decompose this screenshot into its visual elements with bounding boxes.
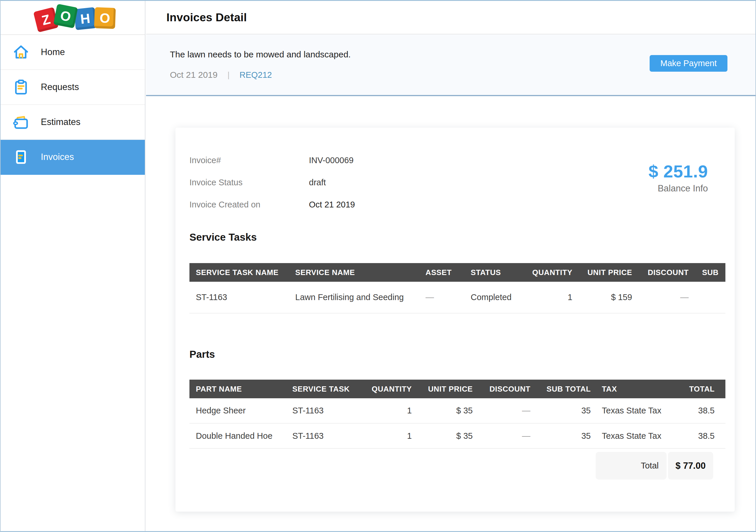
cell-unit-price: $ 159: [572, 282, 632, 313]
cell-quantity: 1: [368, 398, 412, 423]
cell-service-task: ST-1163: [292, 398, 368, 423]
column-header: UNIT PRICE: [412, 380, 473, 398]
column-header: QUANTITY: [368, 380, 412, 398]
invoice-card: Invoice# INV-000069 Invoice Status draft…: [176, 128, 735, 512]
column-header: UNIT PRICE: [572, 263, 632, 282]
cell-tax: Texas State Tax: [591, 423, 668, 448]
column-header: SUB: [689, 263, 725, 282]
parts-total-row: Total $ 77.00: [596, 452, 713, 480]
invoice-status-row: Invoice Status draft: [189, 178, 355, 187]
request-id-link[interactable]: REQ212: [240, 70, 272, 80]
clipboard-icon: [12, 78, 30, 96]
balance-label: Balance Info: [648, 183, 708, 194]
cell-discount: —: [473, 423, 530, 448]
total-value: $ 77.00: [668, 452, 713, 480]
cell-asset: —: [425, 282, 471, 313]
cell-service-task-name: ST-1163: [189, 282, 295, 313]
invoice-fields: Invoice# INV-000069 Invoice Status draft…: [189, 156, 355, 222]
cell-sub-total: 35: [530, 423, 591, 448]
service-tasks-header-row: SERVICE TASK NAME SERVICE NAME ASSET STA…: [189, 263, 725, 282]
request-banner: The lawn needs to be mowed and landscape…: [146, 34, 755, 96]
table-row: Hedge Sheer ST-1163 1 $ 35 — 35 Texas St…: [189, 398, 725, 423]
sidebar-item-label: Estimates: [41, 117, 80, 127]
sidebar-item-label: Requests: [41, 82, 79, 93]
service-tasks-heading: Service Tasks: [189, 231, 257, 243]
cell-service-name: Lawn Fertilising and Seeding: [295, 282, 425, 313]
column-header: SERVICE TASK: [292, 380, 368, 398]
wallet-icon: [12, 113, 30, 131]
cell-unit-price: $ 35: [412, 423, 473, 448]
column-header: PART NAME: [189, 380, 292, 398]
field-label: Invoice#: [189, 156, 309, 165]
logo-cube-o2: O: [94, 7, 116, 29]
sidebar-item-home[interactable]: Home: [1, 35, 145, 70]
cell-sub-total: 35: [530, 398, 591, 423]
invoice-number-row: Invoice# INV-000069: [189, 156, 355, 165]
table-row: Double Handed Hoe ST-1163 1 $ 35 — 35 Te…: [189, 423, 725, 448]
service-tasks-table: SERVICE TASK NAME SERVICE NAME ASSET STA…: [189, 263, 725, 313]
parts-heading: Parts: [189, 348, 215, 360]
column-header: TOTAL: [668, 380, 725, 398]
app-window: Z O H O Home: [0, 0, 756, 532]
column-header: SUB TOTAL: [530, 380, 591, 398]
separator: |: [227, 70, 230, 80]
cell-sub-total: [689, 282, 725, 313]
logo-bar: Z O H O: [1, 1, 145, 35]
balance-info: $ 251.9 Balance Info: [648, 161, 708, 194]
home-icon: [12, 43, 30, 61]
sidebar-item-requests[interactable]: Requests: [1, 70, 145, 105]
cell-total: 38.5: [668, 398, 725, 423]
column-header: SERVICE NAME: [295, 263, 425, 282]
column-header: SERVICE TASK NAME: [189, 263, 295, 282]
parts-table: PART NAME SERVICE TASK QUANTITY UNIT PRI…: [189, 380, 725, 449]
sidebar-item-label: Home: [41, 47, 65, 57]
sidebar-item-estimates[interactable]: Estimates: [1, 105, 145, 140]
zoho-logo: Z O H O: [35, 7, 114, 28]
sidebar: Z O H O Home: [1, 1, 146, 531]
column-header: STATUS: [471, 263, 514, 282]
invoice-number-value: INV-000069: [309, 156, 354, 165]
cell-total: 38.5: [668, 423, 725, 448]
cell-part-name: Double Handed Hoe: [189, 423, 292, 448]
total-label: Total: [596, 452, 666, 480]
table-row: ST-1163 Lawn Fertilising and Seeding — C…: [189, 282, 725, 313]
column-header: DISCOUNT: [473, 380, 530, 398]
balance-amount: $ 251.9: [648, 161, 708, 181]
column-header: DISCOUNT: [632, 263, 689, 282]
cell-quantity: 1: [514, 282, 572, 313]
invoice-icon: [12, 148, 30, 166]
cell-part-name: Hedge Sheer: [189, 398, 292, 423]
field-label: Invoice Status: [189, 178, 309, 187]
cell-unit-price: $ 35: [412, 398, 473, 423]
parts-header-row: PART NAME SERVICE TASK QUANTITY UNIT PRI…: [189, 380, 725, 398]
logo-cube-o1: O: [53, 4, 78, 28]
page-title: Invoices Detail: [166, 11, 247, 24]
sidebar-item-label: Invoices: [41, 152, 74, 162]
cell-discount: —: [473, 398, 530, 423]
invoice-created-value: Oct 21 2019: [309, 200, 355, 209]
sidebar-item-invoices[interactable]: Invoices: [1, 140, 145, 175]
column-header: ASSET: [425, 263, 471, 282]
column-header: TAX: [591, 380, 668, 398]
cell-service-task: ST-1163: [292, 423, 368, 448]
invoice-created-row: Invoice Created on Oct 21 2019: [189, 200, 355, 209]
page-header: Invoices Detail: [146, 1, 755, 34]
make-payment-button[interactable]: Make Payment: [650, 55, 727, 72]
invoice-status-value: draft: [309, 178, 326, 187]
cell-quantity: 1: [368, 423, 412, 448]
field-label: Invoice Created on: [189, 200, 309, 209]
request-date: Oct 21 2019: [170, 70, 217, 80]
cell-status: Completed: [471, 282, 514, 313]
cell-tax: Texas State Tax: [591, 398, 668, 423]
cell-discount: —: [632, 282, 689, 313]
column-header: QUANTITY: [514, 263, 572, 282]
